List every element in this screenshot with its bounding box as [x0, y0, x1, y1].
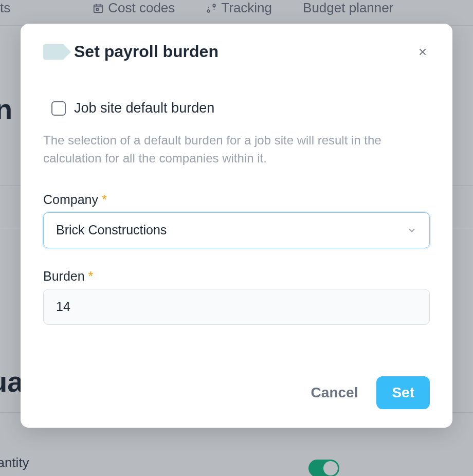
default-burden-label: Job site default burden	[74, 100, 214, 116]
default-burden-checkbox[interactable]	[51, 101, 66, 116]
company-select[interactable]: Brick Constructions	[43, 212, 430, 248]
tag-icon	[43, 44, 64, 60]
modal-header: Set payroll burden	[43, 42, 430, 61]
cancel-button[interactable]: Cancel	[307, 376, 362, 409]
modal-title-wrap: Set payroll burden	[43, 42, 219, 61]
company-field: Company * Brick Constructions	[43, 192, 430, 248]
close-icon	[417, 46, 428, 58]
required-marker: *	[102, 192, 107, 207]
burden-field: Burden *	[43, 269, 430, 325]
close-button[interactable]	[415, 45, 430, 59]
company-label: Company *	[43, 192, 430, 207]
modal-footer: Cancel Set	[43, 376, 430, 409]
company-select-value: Brick Constructions	[56, 223, 167, 237]
burden-input[interactable]	[43, 289, 430, 325]
chevron-down-icon	[407, 225, 417, 235]
helper-text: The selection of a default burden for a …	[43, 132, 430, 168]
set-payroll-burden-modal: Set payroll burden Job site default burd…	[21, 24, 452, 428]
modal-title: Set payroll burden	[74, 42, 219, 61]
set-button[interactable]: Set	[376, 376, 430, 409]
burden-label-text: Burden	[43, 269, 85, 283]
required-marker: *	[88, 269, 94, 283]
burden-label: Burden *	[43, 269, 430, 284]
default-burden-checkbox-row: Job site default burden	[43, 100, 430, 116]
company-label-text: Company	[43, 192, 98, 207]
